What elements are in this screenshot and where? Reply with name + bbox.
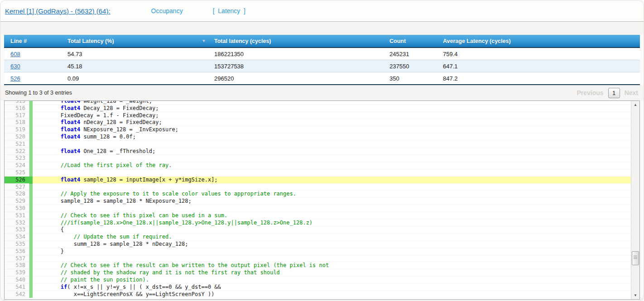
gutter-coverage-bar (29, 155, 33, 162)
plain-token (34, 177, 61, 183)
gutter-line-number: 516 (5, 105, 29, 112)
total-latency-pct-cell: 45.18 (64, 63, 211, 70)
comment-token: //Load the first pixel of the ray. (61, 162, 172, 168)
code-line: 538 // Check to see if the result can be… (5, 262, 631, 269)
column-header-count[interactable]: Count (386, 38, 439, 44)
plain-token (34, 162, 61, 168)
count-cell: 350 (386, 75, 439, 82)
gutter-line-number: 527 (5, 184, 29, 191)
plain-token (34, 277, 61, 283)
comment-token: ///if(sample_128.x>One_128.x||sample_128… (61, 220, 312, 226)
page-1-button[interactable]: 1 (608, 88, 620, 98)
comment-token: // Check to see if this pixel can be use… (61, 212, 227, 219)
gutter-coverage-bar (29, 141, 33, 148)
code-text: // shaded by the shadow ray and it is no… (33, 269, 631, 277)
gutter-coverage-bar (29, 220, 33, 227)
count-cell: 245231 (386, 51, 439, 57)
code-text: // paint the sun position). (33, 277, 631, 284)
sort-desc-icon: ▼ (202, 38, 206, 43)
code-line: 541 if( x!=x_s || y!=y_s || ( x_dst==0 &… (5, 284, 631, 291)
line-number-link[interactable]: 630 (10, 63, 20, 70)
column-header-line[interactable]: Line # (7, 38, 64, 44)
gutter-line-number: 520 (5, 134, 29, 141)
avg-latency-cycles-cell: 647.1 (439, 63, 640, 70)
code-text: if( x!=x_s || y!=y_s || ( x_dst==0 && y_… (33, 284, 631, 291)
column-header-total-latency[interactable]: Total Latency (%)▼ (64, 38, 211, 44)
gutter-line-number: 530 (5, 205, 29, 212)
gutter-line-number: 538 (5, 262, 29, 269)
gutter-coverage-bar (29, 277, 33, 284)
column-header-total-latency-cycles[interactable]: Total latency (cycles) (211, 38, 386, 44)
profiler-window: Kernel [1] (GodRays) - (5632) (64): Occu… (0, 0, 644, 301)
total-latency-cycles-cell: 296520 (211, 75, 386, 82)
code-text: ///if(sample_128.x>One_128.x||sample_128… (33, 220, 631, 227)
code-line: 540 // paint the sun position). (5, 277, 631, 284)
code-text: //Load the first pixel of the ray. (33, 162, 631, 169)
gutter-coverage-bar (29, 177, 33, 184)
kernel-link[interactable]: Kernel [1] (GodRays) - (5632) (64): (5, 7, 111, 15)
table-row: 60854.73186221350245231759.4 (4, 48, 640, 60)
plain-token: summ_128 = 0.0f; (80, 134, 136, 140)
code-line: 520 float4 summ_128 = 0.0f; (5, 134, 631, 141)
tab-latency[interactable]: [ Latency ] (213, 7, 245, 14)
gutter-line-number: 537 (5, 255, 29, 263)
gutter-line-number: 531 (5, 212, 29, 220)
gutter-coverage-bar (29, 184, 33, 191)
gutter-coverage-bar (29, 112, 33, 119)
plain-token: sample_128 = inputImage[x + y*imgSize.x]… (80, 177, 217, 183)
table-header-row: Line #Total Latency (%)▼Total latency (c… (4, 35, 640, 48)
line-number-cell: 630 (7, 63, 64, 70)
code-line: 533 { (5, 226, 631, 234)
gutter-line-number: 528 (5, 191, 29, 198)
top-bar: Kernel [1] (GodRays) - (5632) (64): Occu… (0, 0, 644, 22)
column-header-average-latency-cycles[interactable]: Average Latency (cycles) (439, 38, 640, 44)
comment-token: // Apply the exposure to it to scale col… (61, 191, 296, 197)
code-text: { (33, 226, 631, 234)
code-line: 542 x==LightScreenPosX && y==LightScreen… (5, 291, 631, 298)
previous-button[interactable]: Previous (577, 89, 604, 96)
count-cell: 237550 (386, 63, 439, 70)
vertical-scrollbar[interactable]: ▲ ▼ (631, 101, 639, 299)
gutter-coverage-bar (29, 291, 33, 298)
line-number-cell: 526 (7, 75, 64, 82)
total-latency-pct-cell: 0.09 (64, 75, 211, 82)
latency-table: Line #Total Latency (%)▼Total latency (c… (4, 35, 640, 85)
gutter-line-number: 535 (5, 241, 29, 248)
gutter-line-number: 522 (5, 148, 29, 155)
code-text: // Check to see if the result can be wri… (33, 262, 631, 269)
gutter-line-number: 523 (5, 155, 29, 162)
gutter-coverage-bar (29, 205, 33, 212)
scroll-down-icon[interactable]: ▼ (631, 291, 639, 299)
scrollbar-thumb[interactable] (632, 251, 639, 265)
plain-token: x==LightScreenPosX && y==LightScreenPosY… (34, 291, 214, 297)
plain-token (34, 191, 61, 197)
keyword-token: float4 (61, 148, 80, 154)
plain-token: { (34, 226, 64, 233)
line-number-link[interactable]: 526 (10, 75, 20, 82)
code-text: float4 nDecay_128 = FixedDecay; (33, 119, 631, 126)
plain-token (34, 148, 61, 154)
gutter-line-number: 540 (5, 277, 29, 284)
plain-token: } (34, 248, 64, 254)
code-line: 521 (5, 141, 631, 148)
code-line: 517 FixedDecay = 1.f - FixedDecay; (5, 112, 631, 119)
code-line: 522 float4 One_128 = _fThreshold; (5, 148, 631, 155)
gutter-line-number: 541 (5, 284, 29, 291)
code-text: sample_128 = sample_128 * NExposure_128; (33, 198, 631, 205)
code-line: 532 ///if(sample_128.x>One_128.x||sample… (5, 220, 631, 227)
table-body: 60854.73186221350245231759.463045.181537… (4, 48, 640, 85)
tab-occupancy[interactable]: Occupancy (151, 7, 183, 14)
keyword-token: float4 (61, 105, 80, 111)
scroll-up-icon[interactable]: ▲ (631, 101, 639, 109)
next-button[interactable]: Next (625, 89, 638, 96)
gutter-coverage-bar (29, 262, 33, 269)
gutter-coverage-bar (29, 126, 33, 134)
gutter-coverage-bar (29, 119, 33, 126)
spacer-strip (0, 22, 644, 35)
code-text (33, 141, 631, 148)
code-text: // Update the sum if required. (33, 234, 631, 241)
keyword-token: float4 (61, 100, 80, 104)
gutter-coverage-bar (29, 284, 33, 291)
code-line: 523 (5, 155, 631, 162)
line-number-link[interactable]: 608 (10, 51, 20, 57)
